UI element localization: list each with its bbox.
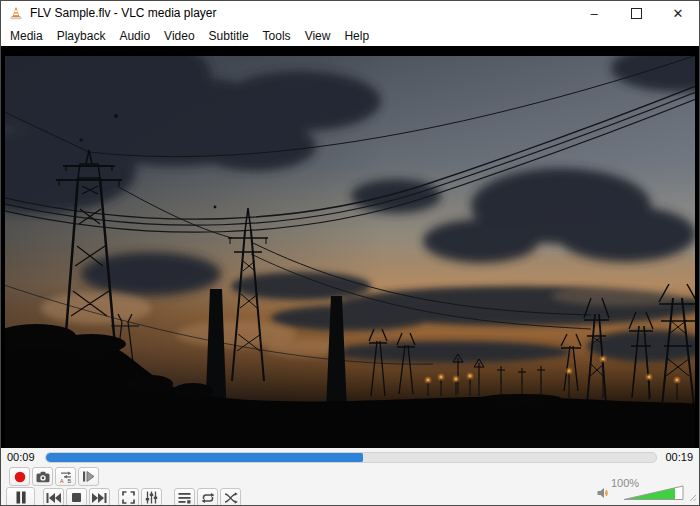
fullscreen-icon (122, 491, 135, 504)
menu-help[interactable]: Help (337, 26, 376, 46)
window-controls: – ✕ (573, 1, 699, 25)
menu-view[interactable]: View (298, 26, 338, 46)
menu-audio[interactable]: Audio (112, 26, 157, 46)
menu-subtitle[interactable]: Subtitle (202, 26, 256, 46)
previous-icon (46, 493, 61, 503)
fullscreen-button[interactable] (118, 488, 139, 506)
previous-button[interactable] (43, 488, 64, 506)
window-title: FLV Sample.flv - VLC media player (30, 6, 217, 20)
next-button[interactable] (89, 488, 110, 506)
random-button[interactable] (220, 488, 241, 506)
playlist-button[interactable] (174, 488, 195, 506)
controller: 00:09 00:19 A B (1, 448, 699, 505)
frame-by-frame-button[interactable] (78, 467, 99, 486)
pause-button[interactable] (6, 487, 35, 506)
svg-text:A: A (60, 478, 64, 483)
camera-icon (36, 471, 50, 483)
minimize-icon: – (590, 6, 597, 21)
menu-video[interactable]: Video (157, 26, 201, 46)
equalizer-icon (145, 491, 158, 504)
title-bar: FLV Sample.flv - VLC media player – ✕ (1, 1, 699, 25)
menu-bar: Media Playback Audio Video Subtitle Tool… (1, 25, 699, 46)
minimize-button[interactable]: – (573, 1, 615, 25)
vlc-cone-icon (9, 6, 23, 20)
frame-step-icon (82, 471, 95, 482)
seek-progress (46, 453, 363, 462)
shuffle-icon (224, 492, 238, 504)
volume-area: 100% (595, 478, 697, 502)
stop-icon (72, 493, 81, 502)
menu-media[interactable]: Media (3, 26, 50, 46)
playlist-icon (178, 492, 191, 504)
stop-button[interactable] (66, 488, 87, 506)
close-icon: ✕ (673, 6, 684, 21)
record-button[interactable] (9, 467, 30, 486)
next-icon (92, 493, 107, 503)
video-display[interactable] (1, 46, 699, 449)
resize-grip[interactable] (689, 494, 697, 502)
maximize-icon (631, 8, 642, 19)
close-button[interactable]: ✕ (657, 1, 699, 25)
maximize-button[interactable] (615, 1, 657, 25)
menu-tools[interactable]: Tools (256, 26, 298, 46)
loop-icon (201, 492, 215, 504)
snapshot-button[interactable] (32, 467, 53, 486)
pause-icon (15, 491, 27, 504)
equalizer-button[interactable] (141, 488, 162, 506)
ab-loop-icon: A B (59, 470, 73, 483)
menu-playback[interactable]: Playback (50, 26, 113, 46)
record-icon (14, 471, 26, 483)
total-time: 00:19 (665, 451, 693, 463)
loop-button[interactable] (197, 488, 218, 506)
seek-row: 00:09 00:19 (1, 448, 699, 464)
elapsed-time: 00:09 (7, 451, 39, 463)
speaker-icon[interactable] (597, 487, 611, 499)
seek-slider[interactable] (45, 452, 657, 463)
volume-percent-label: 100% (611, 477, 639, 489)
svg-text:B: B (67, 478, 71, 483)
ab-loop-button[interactable]: A B (55, 467, 76, 486)
video-frame-sunset-pylons (1, 46, 699, 449)
